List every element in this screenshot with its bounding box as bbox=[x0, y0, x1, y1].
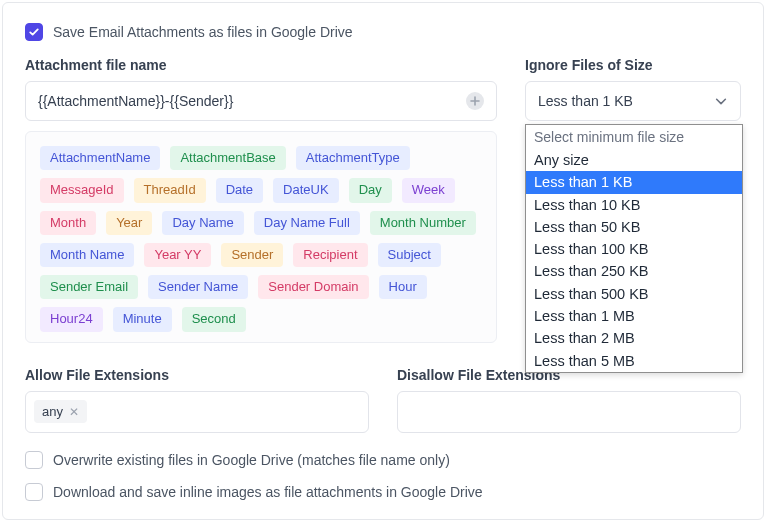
inline-images-label: Download and save inline images as file … bbox=[53, 484, 483, 500]
allow-ext-input[interactable]: any✕ bbox=[25, 391, 369, 433]
token-attachmentbase[interactable]: AttachmentBase bbox=[170, 146, 285, 170]
plus-icon bbox=[470, 96, 480, 106]
token-month-name[interactable]: Month Name bbox=[40, 243, 134, 267]
token-second[interactable]: Second bbox=[182, 307, 246, 331]
bottom-options: Overwrite existing files in Google Drive… bbox=[25, 451, 741, 501]
token-recipient[interactable]: Recipient bbox=[293, 243, 367, 267]
ignore-size-placeholder: Select minimum file size bbox=[526, 125, 742, 149]
token-subject[interactable]: Subject bbox=[378, 243, 441, 267]
main-toggle-row: Save Email Attachments as files in Googl… bbox=[25, 23, 741, 41]
token-sender-name[interactable]: Sender Name bbox=[148, 275, 248, 299]
ignore-option[interactable]: Any size bbox=[526, 149, 742, 171]
panel: Save Email Attachments as files in Googl… bbox=[2, 2, 764, 520]
token-minute[interactable]: Minute bbox=[113, 307, 172, 331]
ignore-option[interactable]: Less than 2 MB bbox=[526, 327, 742, 349]
ignore-option[interactable]: Less than 10 KB bbox=[526, 194, 742, 216]
allow-ext-tag-label: any bbox=[42, 404, 63, 419]
token-week[interactable]: Week bbox=[402, 178, 455, 202]
allow-ext-tag: any✕ bbox=[34, 400, 87, 423]
token-attachmentname[interactable]: AttachmentName bbox=[40, 146, 160, 170]
token-messageid[interactable]: MessageId bbox=[40, 178, 124, 202]
ignore-option[interactable]: Less than 500 KB bbox=[526, 283, 742, 305]
token-sender-domain[interactable]: Sender Domain bbox=[258, 275, 368, 299]
token-dateuk[interactable]: DateUK bbox=[273, 178, 339, 202]
token-month[interactable]: Month bbox=[40, 211, 96, 235]
token-day-name[interactable]: Day Name bbox=[162, 211, 243, 235]
save-attachments-checkbox[interactable] bbox=[25, 23, 43, 41]
token-attachmenttype[interactable]: AttachmentType bbox=[296, 146, 410, 170]
checkmark-icon bbox=[28, 26, 40, 38]
token-year-yy[interactable]: Year YY bbox=[144, 243, 211, 267]
ignore-option[interactable]: Less than 100 KB bbox=[526, 238, 742, 260]
extensions-row: Allow File Extensions any✕ Disallow File… bbox=[25, 367, 741, 433]
chevron-down-icon bbox=[714, 94, 728, 108]
ignore-size-selected: Less than 1 KB bbox=[538, 93, 633, 109]
attachment-name-input[interactable] bbox=[38, 93, 466, 109]
token-sender[interactable]: Sender bbox=[221, 243, 283, 267]
token-month-number[interactable]: Month Number bbox=[370, 211, 476, 235]
ignore-option[interactable]: Less than 50 KB bbox=[526, 216, 742, 238]
token-palette: AttachmentNameAttachmentBaseAttachmentTy… bbox=[25, 131, 497, 343]
token-sender-email[interactable]: Sender Email bbox=[40, 275, 138, 299]
ignore-option[interactable]: Less than 5 MB bbox=[526, 350, 742, 372]
ignore-size-dropdown: Select minimum file size Any sizeLess th… bbox=[525, 124, 743, 373]
ignore-size-select[interactable]: Less than 1 KB bbox=[525, 81, 741, 121]
token-date[interactable]: Date bbox=[216, 178, 263, 202]
disallow-ext-input[interactable] bbox=[397, 391, 741, 433]
input-row: AttachmentNameAttachmentBaseAttachmentTy… bbox=[25, 81, 741, 343]
ignore-option[interactable]: Less than 1 KB bbox=[526, 171, 742, 193]
token-day-name-full[interactable]: Day Name Full bbox=[254, 211, 360, 235]
token-hour24[interactable]: Hour24 bbox=[40, 307, 103, 331]
ignore-option[interactable]: Less than 250 KB bbox=[526, 260, 742, 282]
token-day[interactable]: Day bbox=[349, 178, 392, 202]
inline-images-checkbox[interactable] bbox=[25, 483, 43, 501]
token-threadid[interactable]: ThreadId bbox=[134, 178, 206, 202]
ignore-size-title: Ignore Files of Size bbox=[525, 57, 741, 73]
attachment-name-input-box bbox=[25, 81, 497, 121]
overwrite-checkbox[interactable] bbox=[25, 451, 43, 469]
allow-ext-title: Allow File Extensions bbox=[25, 367, 369, 383]
remove-tag-icon[interactable]: ✕ bbox=[69, 405, 79, 419]
overwrite-label: Overwrite existing files in Google Drive… bbox=[53, 452, 450, 468]
token-hour[interactable]: Hour bbox=[379, 275, 427, 299]
ignore-option[interactable]: Less than 1 MB bbox=[526, 305, 742, 327]
title-row: Attachment file name Ignore Files of Siz… bbox=[25, 57, 741, 73]
attachment-name-title: Attachment file name bbox=[25, 57, 497, 73]
token-year[interactable]: Year bbox=[106, 211, 152, 235]
add-token-button[interactable] bbox=[466, 92, 484, 110]
save-attachments-label: Save Email Attachments as files in Googl… bbox=[53, 24, 353, 40]
